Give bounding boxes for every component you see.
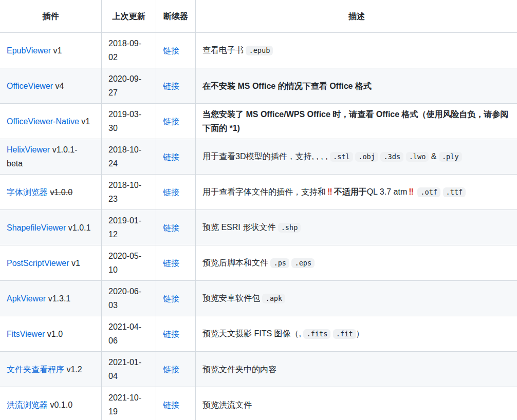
file-extension-badge: .fit xyxy=(333,329,356,339)
description-text: 预览洪流文件 xyxy=(202,400,252,409)
plugin-cell: ApkViewer v1.3.1 xyxy=(0,281,102,316)
table-row: OfficeViewer-Native v12019-03-30链接当您安装了 … xyxy=(0,104,517,139)
header-link: 断续器 xyxy=(156,0,196,33)
table-row: 文件夹查看程序 v1.22021-01-04链接预览文件夹中的内容 xyxy=(0,352,517,387)
download-link[interactable]: 链接 xyxy=(163,365,179,374)
download-link[interactable]: 链接 xyxy=(163,223,179,232)
description-cell: 预览文件夹中的内容 xyxy=(196,352,517,387)
double-exclamation-icon: ‼ xyxy=(409,187,414,196)
plugin-cell: 洪流浏览器 v0.1.0 xyxy=(0,387,102,420)
last-updated-cell: 2019-01-12 xyxy=(102,210,156,245)
description-text: 用于查看3D模型的插件，支持, , , , xyxy=(202,152,330,161)
plugin-version: v1 xyxy=(71,259,80,268)
plugin-version: v4 xyxy=(56,82,64,90)
file-extension-badge: .fits xyxy=(303,329,330,339)
description-cell: 预览后脚本和文件 .ps .eps xyxy=(196,245,517,281)
file-extension-badge: .ps xyxy=(270,258,289,268)
plugin-link[interactable]: HelixViewer xyxy=(7,145,50,154)
table-header: 插件 上次更新 断续器 描述 xyxy=(0,0,517,33)
header-last-updated: 上次更新 xyxy=(102,0,156,33)
description-cell: 用于查看3D模型的插件，支持, , , , .stl .obj .3ds .lw… xyxy=(196,139,517,175)
table-row: OfficeViewer v42020-09-27链接在不安装 MS Offic… xyxy=(0,68,517,104)
description-text xyxy=(403,152,405,161)
link-cell: 链接 xyxy=(156,175,196,210)
plugin-link[interactable]: FitsViewer xyxy=(7,330,45,338)
file-extension-badge: .obj xyxy=(355,152,378,162)
description-cell: 预览 ESRI 形状文件 .shp xyxy=(196,210,517,245)
description-text: 预览天文摄影 FITS 图像（, xyxy=(202,329,303,338)
description-cell: 查看电子书 .epub xyxy=(196,33,517,68)
plugin-version: v1 xyxy=(53,46,62,55)
description-bold-text: 在不安装 MS Office 的情况下查看 Office 格式 xyxy=(202,82,372,90)
file-extension-badge: .3ds xyxy=(380,152,403,162)
link-cell: 链接 xyxy=(156,210,196,245)
download-link[interactable]: 链接 xyxy=(163,330,179,338)
plugin-cell: FitsViewer v1.0 xyxy=(0,316,102,352)
description-cell: 预览天文摄影 FITS 图像（, .fits .fit） xyxy=(196,316,517,352)
description-text: & xyxy=(429,152,439,161)
file-extension-badge: .ply xyxy=(439,152,462,162)
link-cell: 链接 xyxy=(156,68,196,104)
last-updated-cell: 2021-10-19 xyxy=(102,387,156,420)
description-cell: 预览洪流文件 xyxy=(196,387,517,420)
plugin-link[interactable]: 洪流浏览器 xyxy=(7,400,48,409)
table-row: ApkViewer v1.3.12020-06-03链接预览安卓软件包 .apk xyxy=(0,281,517,316)
plugin-link[interactable]: EpubViewer xyxy=(7,46,51,55)
download-link[interactable]: 链接 xyxy=(163,259,179,268)
plugin-cell: HelixViewer v1.0.1-beta xyxy=(0,139,102,175)
description-bold-text: 当您安装了 MS Office/WPS Office 时，请查看 Office … xyxy=(202,110,509,132)
plugin-link[interactable]: ShapefileViewer xyxy=(7,223,66,232)
description-text: 预览 ESRI 形状文件 xyxy=(202,223,278,232)
description-text: 预览文件夹中的内容 xyxy=(202,365,276,374)
file-extension-badge: .apk xyxy=(262,294,285,303)
file-extension-badge: .stl xyxy=(330,152,353,162)
double-exclamation-icon: ‼ xyxy=(327,187,333,196)
file-extension-badge: .lwo xyxy=(406,152,429,162)
last-updated-cell: 2020-09-27 xyxy=(102,68,156,104)
download-link[interactable]: 链接 xyxy=(163,152,179,161)
plugin-cell: OfficeViewer v4 xyxy=(0,68,102,104)
file-extension-badge: .epub xyxy=(246,46,273,55)
download-link[interactable]: 链接 xyxy=(163,400,179,409)
plugin-version: v0.1.0 xyxy=(50,400,72,409)
table-row: FitsViewer v1.02021-04-06链接预览天文摄影 FITS 图… xyxy=(0,316,517,352)
plugin-link[interactable]: OfficeViewer xyxy=(7,82,53,90)
plugin-version: v1 xyxy=(81,117,90,126)
description-text: ） xyxy=(356,329,364,338)
plugin-link[interactable]: 字体浏览器 xyxy=(7,188,48,197)
header-plugin: 插件 xyxy=(0,0,102,33)
plugin-cell: 文件夹查看程序 v1.2 xyxy=(0,352,102,387)
download-link[interactable]: 链接 xyxy=(163,188,179,197)
download-link[interactable]: 链接 xyxy=(163,46,179,55)
description-text: 查看电子书 xyxy=(202,46,246,54)
plugin-link[interactable]: OfficeViewer-Native xyxy=(7,117,79,126)
description-cell: 预览安卓软件包 .apk xyxy=(196,281,517,316)
header-description: 描述 xyxy=(196,0,517,33)
link-cell: 链接 xyxy=(156,33,196,68)
table-row: 字体浏览器 v1.0.02018-10-23链接用于查看字体文件的插件，支持和‼… xyxy=(0,175,517,210)
last-updated-cell: 2018-09-02 xyxy=(102,33,156,68)
description-cell: 在不安装 MS Office 的情况下查看 Office 格式 xyxy=(196,68,517,104)
plugin-version: v1.3.1 xyxy=(48,294,71,303)
plugin-cell: EpubViewer v1 xyxy=(0,33,102,68)
link-cell: 链接 xyxy=(156,387,196,420)
plugin-version: v1.0.0 xyxy=(50,188,72,197)
download-link[interactable]: 链接 xyxy=(163,294,179,303)
link-cell: 链接 xyxy=(156,139,196,175)
plugin-link[interactable]: ApkViewer xyxy=(7,294,46,303)
plugin-link[interactable]: PostScriptViewer xyxy=(7,259,69,268)
last-updated-cell: 2018-10-24 xyxy=(102,139,156,175)
description-text: 预览安卓软件包 xyxy=(202,294,262,302)
plugin-cell: PostScriptViewer v1 xyxy=(0,245,102,281)
plugin-link[interactable]: 文件夹查看程序 xyxy=(7,365,64,374)
link-cell: 链接 xyxy=(156,245,196,281)
last-updated-cell: 2021-04-06 xyxy=(102,316,156,352)
download-link[interactable]: 链接 xyxy=(163,117,179,126)
description-cell: 用于查看字体文件的插件，支持和‼不适用于QL 3.7 atm‼ .otf .tt… xyxy=(196,175,517,210)
table-body: EpubViewer v12018-09-02链接查看电子书 .epubOffi… xyxy=(0,33,517,420)
last-updated-cell: 2020-05-10 xyxy=(102,245,156,281)
table-row: ShapefileViewer v1.0.12019-01-12链接预览 ESR… xyxy=(0,210,517,245)
table-row: HelixViewer v1.0.1-beta2018-10-24链接用于查看3… xyxy=(0,139,517,175)
download-link[interactable]: 链接 xyxy=(163,82,179,90)
description-text: 用于查看字体文件的插件，支持和 xyxy=(202,187,326,196)
